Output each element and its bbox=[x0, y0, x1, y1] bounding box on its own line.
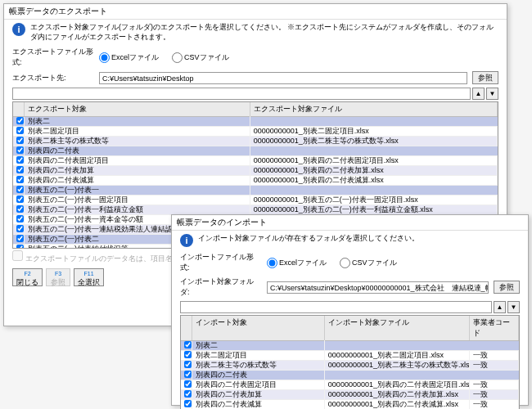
col-code: 事業者コード bbox=[470, 316, 519, 340]
radio-excel[interactable]: Excelファイル bbox=[267, 258, 327, 268]
filter-input[interactable] bbox=[12, 88, 471, 100]
browse-button[interactable]: 参照 bbox=[494, 281, 520, 294]
row-checkbox[interactable] bbox=[184, 390, 192, 398]
radio-excel[interactable]: Excelファイル bbox=[99, 52, 159, 63]
import-title: 帳票データのインポート bbox=[172, 215, 528, 231]
browse-button[interactable]: 参照 bbox=[472, 71, 498, 84]
info-icon: i bbox=[12, 23, 25, 36]
up-button[interactable]: ▲ bbox=[494, 301, 506, 313]
dest-label: エクスポート先: bbox=[12, 73, 94, 83]
col-file: エクスポート対象ファイル bbox=[250, 102, 498, 116]
import-window: 帳票データのインポート i インポート対象ファイルが存在するフォルダを選択してく… bbox=[171, 214, 529, 406]
export-info-text: エクスポート対象ファイル(フォルダ)のエクスポート先を選択してください。 ※エク… bbox=[30, 23, 498, 42]
row-checkbox[interactable] bbox=[184, 361, 192, 368]
row-checkbox[interactable] bbox=[16, 146, 24, 154]
up-button[interactable]: ▲ bbox=[472, 88, 485, 100]
row-checkbox[interactable] bbox=[16, 186, 24, 193]
row-checkbox[interactable] bbox=[16, 225, 24, 232]
row-file: 00000000001_別表二株主等の株式数等.xlsx bbox=[325, 360, 470, 371]
info-icon: i bbox=[180, 234, 193, 247]
dest-path-input[interactable]: C:¥Users¥tatsuzin¥Desktop bbox=[99, 72, 467, 84]
export-title: 帳票データのエクスポート bbox=[4, 4, 507, 20]
note-checkbox bbox=[12, 250, 23, 261]
row-checkbox[interactable] bbox=[184, 341, 192, 348]
row-checkbox[interactable] bbox=[16, 235, 24, 242]
row-checkbox[interactable] bbox=[16, 196, 24, 203]
row-checkbox[interactable] bbox=[184, 371, 192, 378]
row-checkbox[interactable] bbox=[184, 351, 192, 358]
down-button[interactable]: ▼ bbox=[486, 88, 498, 100]
radio-csv[interactable]: CSVファイル bbox=[340, 258, 397, 268]
row-checkbox[interactable] bbox=[16, 205, 24, 213]
file-format-label: エクスポートファイル形式: bbox=[12, 47, 94, 68]
row-file: 00000000001_別表二株主等の株式数等.xlsx bbox=[250, 136, 498, 146]
col-file: インポート対象ファイル bbox=[325, 316, 470, 340]
row-checkbox[interactable] bbox=[16, 137, 24, 144]
row-checkbox[interactable] bbox=[16, 176, 24, 183]
row-target: 別表四の二付表減算 bbox=[192, 399, 325, 409]
folder-label: インポート対象フォルダ: bbox=[180, 276, 262, 298]
import-grid: インポート対象 インポート対象ファイル 事業者コード 別表二別表二固定項目000… bbox=[180, 315, 520, 409]
row-checkbox[interactable] bbox=[184, 400, 192, 407]
row-checkbox[interactable] bbox=[16, 156, 24, 164]
row-code: 一致 bbox=[470, 360, 519, 371]
ref-button: F3参照 bbox=[46, 268, 70, 286]
col-target: インポート対象 bbox=[192, 316, 325, 340]
row-file: 00000000001_別表四の二付表減算.xlsx bbox=[325, 399, 470, 409]
select-all-button[interactable]: F11全選択 bbox=[74, 268, 104, 286]
row-checkbox[interactable] bbox=[16, 166, 24, 173]
col-target: エクスポート対象 bbox=[25, 102, 250, 116]
row-checkbox[interactable] bbox=[184, 380, 192, 388]
row-checkbox[interactable] bbox=[16, 215, 24, 222]
import-info-text: インポート対象ファイルが存在するフォルダを選択してください。 bbox=[198, 234, 419, 244]
table-row[interactable]: 別表四の二付表減算00000000001_別表四の二付表減算.xlsx一致 bbox=[181, 400, 519, 409]
row-checkbox[interactable] bbox=[16, 117, 24, 124]
radio-csv[interactable]: CSVファイル bbox=[172, 52, 229, 63]
filter-input[interactable] bbox=[180, 301, 492, 313]
file-format-label: インポートファイル形式: bbox=[180, 252, 262, 273]
row-file: 00000000001_別表四の二付表減算.xlsx bbox=[250, 175, 498, 186]
row-code: 一致 bbox=[470, 399, 519, 409]
row-checkbox[interactable] bbox=[16, 127, 24, 134]
close-button[interactable]: F2閉じる bbox=[12, 268, 43, 286]
folder-path-input[interactable]: C:¥Users¥tatsuzin¥Desktop¥00000000001_株式… bbox=[267, 281, 489, 294]
down-button[interactable]: ▼ bbox=[507, 301, 520, 313]
